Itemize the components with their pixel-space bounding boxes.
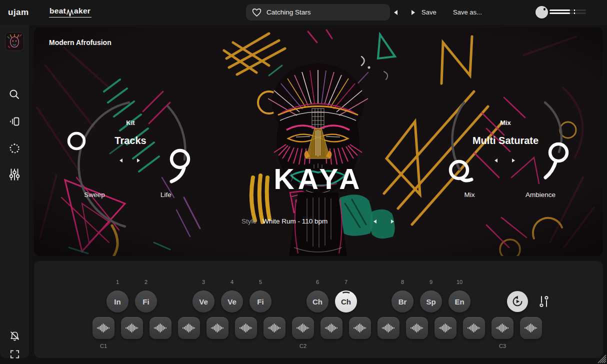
phrase-pad-group — [378, 317, 400, 339]
waveform-icon — [467, 322, 481, 334]
sweep-knob-label: Sweep — [64, 191, 124, 198]
notifications-off-button[interactable] — [6, 328, 23, 344]
phrase-pad-5[interactable] — [206, 317, 228, 339]
waveform-m-icon — [66, 8, 74, 18]
part-pad-number: 10 — [448, 279, 470, 286]
kit-value[interactable]: Tracks — [80, 135, 180, 146]
part-pad-number: 5 — [250, 279, 272, 286]
part-pad-number: 8 — [392, 279, 414, 286]
part-pad-3[interactable]: Ve — [192, 290, 214, 312]
kaya-logo: KAYA — [218, 162, 418, 196]
sidebar — [0, 25, 29, 358]
style-value[interactable]: White Rum - 110 bpm — [262, 218, 328, 225]
phrase-pad-1[interactable] — [92, 317, 114, 339]
waveform-icon — [182, 322, 196, 334]
part-pad-9[interactable]: Sp — [420, 290, 442, 312]
phrase-pad-10[interactable] — [349, 317, 371, 339]
waveform-icon — [324, 322, 338, 334]
waveform-icon — [410, 322, 424, 334]
notifications-off-icon — [9, 330, 20, 342]
mix-knob-label: Mix — [440, 191, 500, 198]
waveform-icon — [125, 322, 139, 334]
phrase-pad-6[interactable] — [235, 317, 257, 339]
style-caption: Style — [226, 218, 256, 225]
part-pad-group: 6Ch — [306, 279, 328, 312]
pattern-dots-button[interactable] — [6, 140, 23, 157]
fullscreen-button[interactable] — [6, 346, 23, 362]
phrase-pad-2[interactable] — [121, 317, 143, 339]
phrase-pad-16[interactable] — [520, 317, 542, 339]
style-prev-button[interactable] — [371, 218, 379, 226]
prev-arrow-icon — [374, 220, 376, 224]
phrase-pad-group — [150, 317, 172, 339]
note-label: C3 — [492, 343, 514, 349]
mini-sliders-icon — [538, 295, 550, 308]
note-label: C2 — [292, 343, 314, 349]
search-icon — [8, 88, 20, 100]
phrase-pad-group — [463, 317, 485, 339]
waveform-icon — [382, 322, 396, 334]
part-pad-group: 1In — [106, 279, 128, 312]
mix-next-button[interactable] — [510, 156, 518, 164]
search-button[interactable] — [6, 86, 23, 103]
part-pad-4[interactable]: Ve — [221, 290, 243, 312]
kit-next-button[interactable] — [134, 156, 142, 164]
part-pad-2[interactable]: Fi — [135, 290, 157, 312]
phrase-pad-8[interactable] — [292, 317, 314, 339]
phrase-pad-14[interactable] — [463, 317, 485, 339]
beatmaker-logo: beataker — [49, 6, 92, 18]
browser-button[interactable] — [6, 113, 23, 130]
prev-arrow-icon — [494, 158, 498, 162]
style-next-button[interactable] — [388, 218, 396, 226]
phrase-pad-group — [121, 317, 143, 339]
phrase-pad-11[interactable] — [378, 317, 400, 339]
phrase-pad-group — [178, 317, 200, 339]
part-pad-5[interactable]: Fi — [250, 290, 272, 312]
phrase-pad-12[interactable] — [406, 317, 428, 339]
phrase-pad-4[interactable] — [178, 317, 200, 339]
phrase-pad-15[interactable] — [492, 317, 514, 339]
volume-knob-indicator — [544, 8, 546, 10]
next-arrow-icon — [512, 158, 515, 162]
part-pad-6[interactable]: Ch — [306, 290, 328, 312]
kit-caption: Kit — [90, 119, 170, 126]
volume-knob[interactable] — [536, 6, 548, 18]
waveform-icon — [296, 322, 310, 334]
mix-value[interactable]: Multi Saturate — [456, 135, 556, 146]
favorite-heart-icon[interactable] — [252, 8, 262, 17]
kit-prev-button[interactable] — [117, 156, 125, 164]
phrase-pad-9[interactable] — [320, 317, 342, 339]
waveform-icon — [268, 322, 282, 334]
pattern-dots-icon — [8, 142, 20, 154]
part-pad-10[interactable]: En — [448, 290, 470, 312]
pad-mixer-button[interactable] — [538, 295, 550, 308]
loop-button[interactable] — [507, 291, 528, 312]
next-preset-button[interactable] — [409, 8, 417, 16]
resize-grip[interactable] — [598, 354, 606, 364]
part-pad-number: 2 — [135, 279, 157, 286]
preset-selector[interactable]: Catching Stars — [246, 4, 390, 20]
prev-preset-button[interactable] — [392, 8, 400, 16]
part-pad-number: 1 — [106, 279, 128, 286]
part-pad-number: 7 — [335, 279, 357, 286]
phrase-pad-group — [264, 317, 286, 339]
phrase-pad-group — [206, 317, 228, 339]
pad-panel: 1In2Fi3Ve4Ve5Fi6Ch7Ch8Br9Sp10En C1C2C3 — [34, 261, 603, 358]
phrase-pad-3[interactable] — [150, 317, 172, 339]
waveform-icon — [210, 322, 224, 334]
part-progress-arc — [335, 290, 357, 312]
mixer-button[interactable] — [6, 166, 23, 183]
part-pad-group: 4Ve — [221, 279, 243, 312]
avatar[interactable] — [6, 32, 24, 50]
part-pad-group: 10En — [448, 279, 470, 312]
part-pad-8[interactable]: Br — [392, 290, 414, 312]
phrase-pad-7[interactable] — [264, 317, 286, 339]
part-pad-1[interactable]: In — [106, 290, 128, 312]
waveform-icon — [524, 322, 538, 334]
save-as-button[interactable]: Save as... — [453, 8, 482, 16]
part-pad-7[interactable]: Ch — [335, 290, 357, 312]
phrase-pad-group: C3 — [492, 317, 514, 339]
mix-prev-button[interactable] — [492, 156, 500, 164]
phrase-pad-13[interactable] — [434, 317, 456, 339]
save-button[interactable]: Save — [422, 8, 436, 16]
